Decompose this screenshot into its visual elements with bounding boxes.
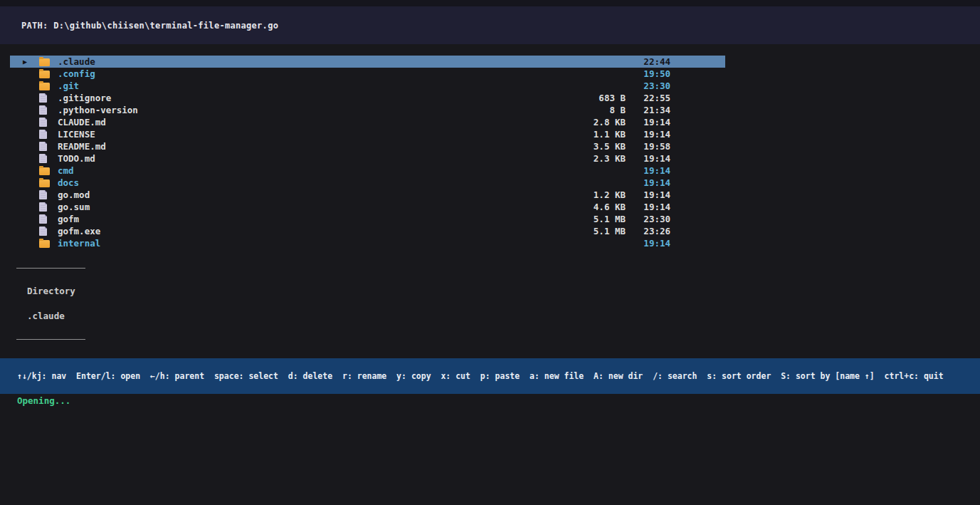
file-name: CLAUDE.md — [58, 116, 540, 128]
file-size: 1.2 KB — [540, 189, 626, 201]
file-size: 5.1 MB — [540, 213, 626, 225]
file-modified-time: 19:14 — [626, 201, 670, 213]
file-name: .gitignore — [58, 92, 540, 104]
file-name: gofm.exe — [58, 225, 540, 237]
file-name: .config — [58, 68, 540, 80]
file-size: 1.1 KB — [540, 128, 626, 140]
file-row[interactable]: .python-version8 B21:34 — [10, 104, 725, 116]
file-name: LICENSE — [58, 128, 540, 140]
file-row[interactable]: README.md3.5 KB19:58 — [10, 140, 725, 152]
folder-icon — [39, 178, 58, 187]
file-row[interactable]: CLAUDE.md2.8 KB19:14 — [10, 116, 725, 128]
file-modified-time: 19:14 — [626, 189, 670, 201]
file-modified-time: 19:50 — [626, 68, 670, 80]
file-row[interactable]: TODO.md2.3 KB19:14 — [10, 152, 725, 165]
file-size: 8 B — [540, 104, 626, 116]
file-row[interactable]: internal19:14 — [10, 237, 725, 249]
file-name: go.mod — [58, 189, 540, 201]
file-modified-time: 23:26 — [626, 225, 670, 237]
folder-icon — [39, 57, 58, 66]
file-name: internal — [58, 237, 540, 249]
file-row[interactable]: go.mod1.2 KB19:14 — [10, 189, 725, 201]
file-row[interactable]: go.sum4.6 KB19:14 — [10, 201, 725, 213]
folder-icon — [39, 239, 58, 248]
path-bar: PATH: D:\github\chiisen\terminal-file-ma… — [0, 6, 980, 44]
file-modified-time: 19:14 — [626, 165, 670, 177]
file-modified-time: 19:14 — [626, 152, 670, 165]
file-name: gofm — [58, 213, 540, 225]
file-row[interactable]: ▶.claude22:44 — [10, 56, 725, 68]
folder-icon — [39, 166, 58, 175]
file-name: docs — [58, 177, 540, 189]
file-name: .git — [58, 80, 540, 92]
folder-icon — [39, 69, 58, 78]
title-bar — [0, 0, 980, 6]
current-path: PATH: D:\github\chiisen\terminal-file-ma… — [21, 21, 278, 31]
file-icon — [39, 190, 58, 199]
file-size: 2.3 KB — [540, 152, 626, 165]
detail-panel-file-name: .claude — [27, 311, 65, 321]
file-row[interactable]: LICENSE1.1 KB19:14 — [10, 128, 725, 140]
detail-panel-divider-bottom — [16, 339, 85, 340]
file-modified-time: 23:30 — [626, 213, 670, 225]
file-name: .python-version — [58, 104, 540, 116]
file-list: ▶.claude22:44.config19:50.git23:30.gitig… — [10, 56, 725, 249]
file-icon — [39, 227, 58, 236]
file-name: .claude — [58, 56, 540, 68]
status-message: Opening... — [17, 395, 70, 406]
terminal-file-manager-window: PATH: D:\github\chiisen\terminal-file-ma… — [0, 0, 980, 505]
file-modified-time: 19:14 — [626, 128, 670, 140]
file-icon — [39, 118, 58, 127]
file-name: cmd — [58, 165, 540, 177]
file-modified-time: 19:58 — [626, 140, 670, 152]
file-icon — [39, 105, 58, 115]
file-size: 4.6 KB — [540, 201, 626, 213]
file-name: TODO.md — [58, 152, 540, 165]
file-modified-time: 22:44 — [626, 56, 670, 68]
file-row[interactable]: docs19:14 — [10, 177, 725, 189]
file-icon — [39, 93, 58, 103]
file-row[interactable]: .git23:30 — [10, 80, 725, 92]
file-icon — [39, 142, 58, 151]
file-row[interactable]: .gitignore683 B22:55 — [10, 92, 725, 104]
hotkey-bar-text: ↑↓/kj: nav Enter/l: open ←/h: parent spa… — [17, 371, 944, 381]
file-name: go.sum — [58, 201, 540, 213]
file-icon — [39, 214, 58, 224]
detail-panel-type-label: Directory — [27, 286, 75, 296]
file-row[interactable]: .config19:50 — [10, 68, 725, 80]
file-row[interactable]: cmd19:14 — [10, 165, 725, 177]
hotkey-bar: ↑↓/kj: nav Enter/l: open ←/h: parent spa… — [0, 358, 980, 394]
file-size: 3.5 KB — [540, 140, 626, 152]
file-name: README.md — [58, 140, 540, 152]
detail-panel-divider-top — [16, 268, 85, 269]
file-modified-time: 19:14 — [626, 237, 670, 249]
file-size: 683 B — [540, 92, 626, 104]
file-icon — [39, 154, 58, 163]
file-size: 5.1 MB — [540, 225, 626, 237]
file-size: 2.8 KB — [540, 116, 626, 128]
file-icon — [39, 130, 58, 139]
file-row[interactable]: gofm5.1 MB23:30 — [10, 213, 725, 225]
selection-pointer-icon: ▶ — [10, 56, 39, 68]
file-icon — [39, 202, 58, 212]
folder-icon — [39, 81, 58, 90]
file-modified-time: 23:30 — [626, 80, 670, 92]
file-modified-time: 19:14 — [626, 116, 670, 128]
file-modified-time: 22:55 — [626, 92, 670, 104]
file-row[interactable]: gofm.exe5.1 MB23:26 — [10, 225, 725, 237]
file-modified-time: 21:34 — [626, 104, 670, 116]
file-modified-time: 19:14 — [626, 177, 670, 189]
